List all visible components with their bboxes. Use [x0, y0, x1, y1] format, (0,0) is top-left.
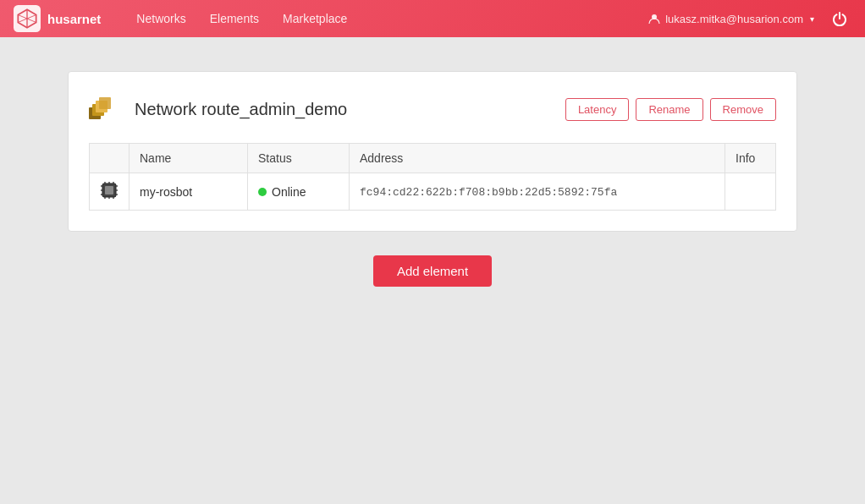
row-name: my-rosbot	[129, 173, 248, 211]
user-icon	[648, 13, 660, 25]
row-device-icon-cell	[90, 173, 129, 211]
network-icon	[89, 92, 123, 126]
nav-link-elements[interactable]: Elements	[201, 7, 267, 30]
user-chevron-icon: ▾	[810, 14, 814, 24]
navbar: husarnet Networks Elements Marketplace l…	[0, 0, 865, 37]
row-address: fc94:cd22:622b:f708:b9bb:22d5:5892:75fa	[350, 173, 725, 211]
status-dot-icon	[258, 188, 267, 196]
main-content: Network route_admin_demo Latency Rename …	[0, 37, 865, 320]
status-label: Online	[272, 185, 306, 199]
remove-button[interactable]: Remove	[710, 98, 776, 121]
add-element-wrapper: Add element	[68, 255, 797, 287]
col-header-name: Name	[129, 144, 248, 173]
row-status: Online	[248, 173, 350, 211]
col-header-status: Status	[248, 144, 350, 173]
row-info	[725, 173, 776, 211]
user-email: lukasz.mitka@husarion.com	[665, 13, 803, 25]
rename-button[interactable]: Rename	[636, 98, 702, 121]
latency-button[interactable]: Latency	[565, 98, 630, 121]
power-button[interactable]	[828, 7, 851, 30]
col-header-address: Address	[350, 144, 725, 173]
nav-right: lukasz.mitka@husarion.com ▾	[648, 7, 851, 30]
card-header: Network route_admin_demo Latency Rename …	[89, 92, 776, 126]
nav-links: Networks Elements Marketplace	[128, 7, 355, 30]
device-icon	[100, 181, 118, 200]
svg-rect-9	[99, 97, 111, 109]
table-body: my-rosbot Online fc94:cd22:622b:f708:b9b…	[90, 173, 776, 211]
nav-link-networks[interactable]: Networks	[128, 7, 194, 30]
address-value: fc94:cd22:622b:f708:b9bb:22d5:5892:75fa	[360, 186, 617, 199]
svg-rect-11	[105, 186, 113, 194]
network-card: Network route_admin_demo Latency Rename …	[68, 71, 797, 232]
network-title: Network route_admin_demo	[135, 100, 565, 119]
table-header: Name Status Address Info	[90, 144, 776, 173]
brand-name: husarnet	[47, 12, 101, 26]
col-header-icon	[90, 144, 129, 173]
network-table: Name Status Address Info	[89, 143, 776, 211]
nav-link-marketplace[interactable]: Marketplace	[274, 7, 355, 30]
card-actions: Latency Rename Remove	[565, 98, 776, 121]
col-header-info: Info	[725, 144, 776, 173]
table-row: my-rosbot Online fc94:cd22:622b:f708:b9b…	[90, 173, 776, 211]
logo-icon	[14, 5, 41, 32]
power-icon	[832, 11, 847, 26]
add-element-button[interactable]: Add element	[373, 255, 492, 287]
user-menu[interactable]: lukasz.mitka@husarion.com ▾	[648, 13, 814, 25]
brand-logo-link[interactable]: husarnet	[14, 5, 101, 32]
